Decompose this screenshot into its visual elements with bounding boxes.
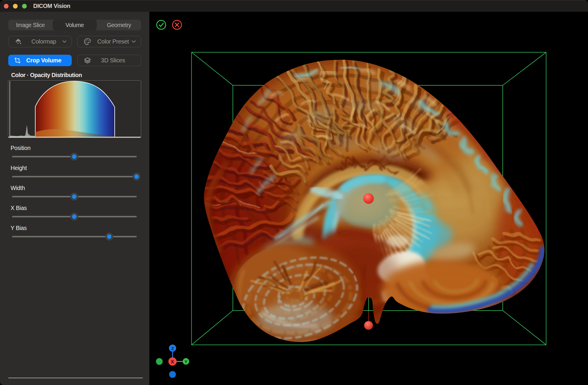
svg-text:Z: Z	[171, 346, 174, 351]
svg-text:Y: Y	[184, 359, 187, 364]
svg-text:X: X	[171, 359, 174, 364]
